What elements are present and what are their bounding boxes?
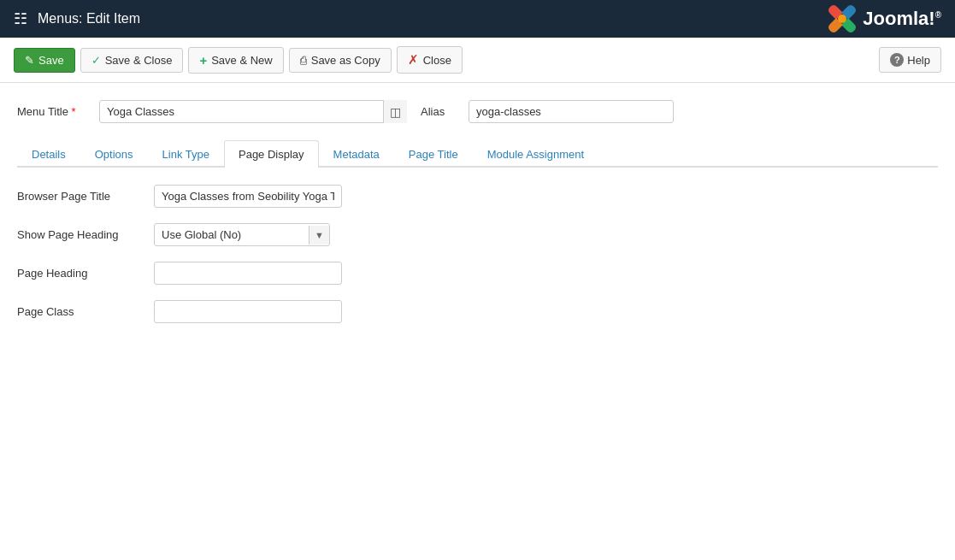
help-question-icon: ? bbox=[890, 53, 904, 67]
required-indicator: * bbox=[72, 105, 76, 118]
close-button[interactable]: ✗ Close bbox=[397, 46, 463, 74]
page-class-group: Page Class bbox=[17, 300, 938, 323]
page-heading-group: Page Heading bbox=[17, 262, 938, 285]
save-close-button[interactable]: ✓ Save & Close bbox=[80, 48, 184, 73]
copy-icon: ⎙ bbox=[300, 54, 307, 67]
save-button[interactable]: ✎ Save bbox=[14, 48, 75, 73]
save-icon: ✎ bbox=[25, 54, 34, 67]
browser-page-title-input[interactable] bbox=[154, 185, 342, 208]
show-page-heading-label: Show Page Heading bbox=[17, 228, 154, 241]
joomla-logo: Joomla!® bbox=[825, 2, 941, 36]
top-bar-left: ☷ Menus: Edit Item bbox=[14, 9, 140, 28]
show-page-heading-select-wrap: Use Global (No) Yes No ▼ bbox=[154, 223, 330, 246]
plus-icon: + bbox=[199, 53, 207, 68]
select-arrow-icon: ▼ bbox=[309, 226, 329, 245]
tab-metadata[interactable]: Metadata bbox=[319, 140, 394, 168]
tab-module-assignment[interactable]: Module Assignment bbox=[473, 140, 598, 168]
page-heading-label: Page Heading bbox=[17, 267, 154, 280]
help-button[interactable]: ? Help bbox=[879, 47, 941, 73]
menu-title-row: Menu Title * ◫ Alias bbox=[17, 100, 938, 123]
browser-page-title-label: Browser Page Title bbox=[17, 190, 154, 203]
alias-input[interactable] bbox=[469, 100, 674, 123]
menu-title-label: Menu Title * bbox=[17, 105, 85, 118]
page-title: Menus: Edit Item bbox=[38, 11, 140, 27]
toolbar-left: ✎ Save ✓ Save & Close + Save & New ⎙ Sav… bbox=[14, 46, 463, 74]
content-area: Menu Title * ◫ Alias Details Options Lin… bbox=[0, 83, 955, 560]
check-icon: ✓ bbox=[91, 54, 101, 67]
browser-page-title-group: Browser Page Title bbox=[17, 185, 938, 208]
svg-point-1 bbox=[838, 15, 846, 23]
hamburger-icon[interactable]: ☷ bbox=[14, 9, 27, 28]
title-toggle-icon[interactable]: ◫ bbox=[383, 100, 407, 123]
tab-page-display[interactable]: Page Display bbox=[224, 140, 319, 168]
page-class-label: Page Class bbox=[17, 305, 154, 318]
close-icon: ✗ bbox=[408, 52, 419, 68]
joomla-star-icon bbox=[825, 2, 859, 36]
menu-title-input[interactable] bbox=[99, 100, 407, 123]
joomla-brand-text: Joomla!® bbox=[863, 8, 941, 30]
save-copy-button[interactable]: ⎙ Save as Copy bbox=[289, 48, 392, 73]
page-heading-input[interactable] bbox=[154, 262, 342, 285]
top-bar: ☷ Menus: Edit Item Joomla!® bbox=[0, 0, 955, 38]
toolbar: ✎ Save ✓ Save & Close + Save & New ⎙ Sav… bbox=[0, 38, 955, 83]
tab-page-title[interactable]: Page Title bbox=[394, 140, 473, 168]
toolbar-right: ? Help bbox=[879, 47, 941, 73]
tab-content-page-display: Browser Page Title Show Page Heading Use… bbox=[17, 185, 938, 323]
page-class-input[interactable] bbox=[154, 300, 342, 323]
save-new-button[interactable]: + Save & New bbox=[188, 47, 283, 74]
alias-label: Alias bbox=[421, 105, 455, 118]
show-page-heading-group: Show Page Heading Use Global (No) Yes No… bbox=[17, 223, 938, 246]
menu-title-input-wrap: ◫ bbox=[99, 100, 407, 123]
show-page-heading-select[interactable]: Use Global (No) Yes No bbox=[155, 224, 309, 245]
tab-details[interactable]: Details bbox=[17, 140, 80, 168]
tabs-nav: Details Options Link Type Page Display M… bbox=[17, 140, 938, 168]
tab-link-type[interactable]: Link Type bbox=[148, 140, 224, 168]
tab-options[interactable]: Options bbox=[80, 140, 148, 168]
